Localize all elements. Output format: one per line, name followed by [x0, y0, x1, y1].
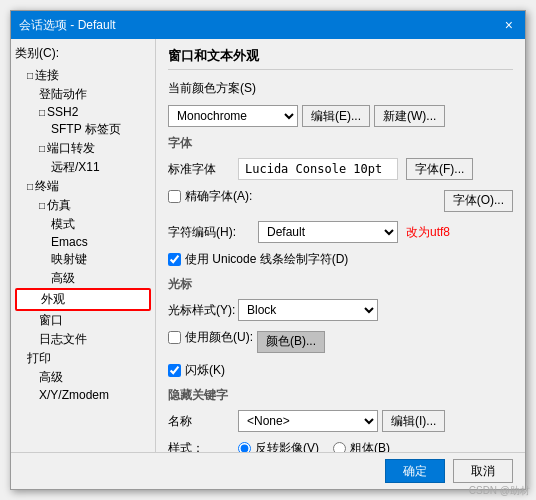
- precise-font-row: 精确字体(A): 字体(O)...: [168, 188, 513, 213]
- font-display: Lucida Console 10pt: [238, 158, 398, 180]
- precise-font-button[interactable]: 字体(O)...: [444, 190, 513, 212]
- tree-item-logfiles[interactable]: 日志文件: [15, 330, 151, 349]
- tree: □连接 登陆动作 □SSH2 SFTP 标签页 □端口转发 远程/X11 □终端…: [15, 66, 151, 403]
- font-section-title: 字体: [168, 135, 513, 152]
- tree-item-xyz[interactable]: X/Y/Zmodem: [15, 387, 151, 403]
- tree-item-map[interactable]: 映射键: [15, 250, 151, 269]
- style-row: 样式： 反转影像(V) 粗体(B): [168, 440, 513, 452]
- blink-label: 闪烁(K): [185, 362, 225, 379]
- encoding-select[interactable]: Default UTF-8 GBK: [258, 221, 398, 243]
- unicode-row: 使用 Unicode 线条绘制字符(D): [168, 251, 513, 268]
- dialog-footer: 确定 取消: [11, 452, 525, 489]
- tree-item-window[interactable]: 窗口: [15, 311, 151, 330]
- bold-radio[interactable]: [333, 442, 346, 452]
- cursor-style-label: 光标样式(Y):: [168, 302, 238, 319]
- expand-icon-portfwd: □: [39, 143, 45, 154]
- precise-checkbox[interactable]: [168, 190, 181, 203]
- unicode-checkbox[interactable]: [168, 253, 181, 266]
- blink-row: 闪烁(K): [168, 362, 513, 379]
- tree-item-emulation[interactable]: □仿真: [15, 196, 151, 215]
- tree-item-terminal[interactable]: □终端: [15, 177, 151, 196]
- close-button[interactable]: ×: [501, 17, 517, 33]
- use-color-checkbox-row: 使用颜色(U):: [168, 329, 253, 346]
- tree-item-login[interactable]: 登陆动作: [15, 85, 151, 104]
- reverse-radio[interactable]: [238, 442, 251, 452]
- tree-item-connect[interactable]: □连接: [15, 66, 151, 85]
- color-scheme-label: 当前颜色方案(S): [168, 80, 256, 97]
- edit2-button[interactable]: 编辑(I)...: [382, 410, 445, 432]
- tree-item-sftp[interactable]: SFTP 标签页: [15, 120, 151, 139]
- color-scheme-row: 当前颜色方案(S): [168, 80, 513, 97]
- expand-icon-emulation: □: [39, 200, 45, 211]
- color-scheme-select-row: Monochrome Default Traditional 编辑(E)... …: [168, 105, 513, 127]
- encoding-row: 字符编码(H): Default UTF-8 GBK 改为utf8: [168, 221, 513, 243]
- font-label: 标准字体: [168, 161, 238, 178]
- tree-item-advanced2[interactable]: 高级: [15, 368, 151, 387]
- color-scheme-select[interactable]: Monochrome Default Traditional: [168, 105, 298, 127]
- style-label: 样式：: [168, 440, 238, 452]
- blink-checkbox[interactable]: [168, 364, 181, 377]
- name-select[interactable]: <None>: [238, 410, 378, 432]
- cursor-section-title: 光标: [168, 276, 513, 293]
- name-label: 名称: [168, 413, 238, 430]
- font-row: 标准字体 Lucida Console 10pt 字体(F)...: [168, 158, 513, 180]
- tree-item-remote[interactable]: 远程/X11: [15, 158, 151, 177]
- ok-button[interactable]: 确定: [385, 459, 445, 483]
- hidden-keyword-title: 隐藏关键字: [168, 387, 513, 404]
- tree-item-ssh2[interactable]: □SSH2: [15, 104, 151, 120]
- cursor-style-select[interactable]: Block Underline Vertical Bar: [238, 299, 378, 321]
- tree-item-appearance[interactable]: 外观: [15, 288, 151, 311]
- use-color-label: 使用颜色(U):: [185, 329, 253, 346]
- dialog-title: 会话选项 - Default: [19, 17, 116, 34]
- dialog: 会话选项 - Default × 类别(C): □连接 登陆动作 □SSH2 S…: [10, 10, 526, 490]
- category-label: 类别(C):: [15, 45, 151, 62]
- tree-item-portfwd[interactable]: □端口转发: [15, 139, 151, 158]
- tree-item-print[interactable]: 打印: [15, 349, 151, 368]
- font-button[interactable]: 字体(F)...: [406, 158, 473, 180]
- title-bar: 会话选项 - Default ×: [11, 11, 525, 39]
- use-color-row: 使用颜色(U): 颜色(B)...: [168, 329, 513, 354]
- cursor-style-row: 光标样式(Y): Block Underline Vertical Bar: [168, 299, 513, 321]
- expand-icon-ssh2: □: [39, 107, 45, 118]
- use-color-checkbox[interactable]: [168, 331, 181, 344]
- dialog-body: 类别(C): □连接 登陆动作 □SSH2 SFTP 标签页 □端口转发 远程/…: [11, 39, 525, 452]
- name-row: 名称 <None> 编辑(I)...: [168, 410, 513, 432]
- left-panel: 类别(C): □连接 登陆动作 □SSH2 SFTP 标签页 □端口转发 远程/…: [11, 39, 156, 452]
- edit-scheme-button[interactable]: 编辑(E)...: [302, 105, 370, 127]
- watermark: CSDN @助材: [469, 484, 530, 498]
- precise-checkbox-row: 精确字体(A):: [168, 188, 252, 205]
- encoding-label: 字符编码(H):: [168, 224, 258, 241]
- color-button[interactable]: 颜色(B)...: [257, 331, 325, 353]
- right-panel: 窗口和文本外观 当前颜色方案(S) Monochrome Default Tra…: [156, 39, 525, 452]
- expand-icon-terminal: □: [27, 181, 33, 192]
- unicode-label: 使用 Unicode 线条绘制字符(D): [185, 251, 348, 268]
- new-scheme-button[interactable]: 新建(W)...: [374, 105, 445, 127]
- precise-label: 精确字体(A):: [185, 188, 252, 205]
- cancel-button[interactable]: 取消: [453, 459, 513, 483]
- tree-item-mode[interactable]: 模式: [15, 215, 151, 234]
- expand-icon-connect: □: [27, 70, 33, 81]
- bold-label: 粗体(B): [350, 440, 390, 452]
- tree-item-emacs[interactable]: Emacs: [15, 234, 151, 250]
- tree-item-advanced[interactable]: 高级: [15, 269, 151, 288]
- section-title: 窗口和文本外观: [168, 47, 513, 70]
- reverse-label: 反转影像(V): [255, 440, 319, 452]
- annotation-utf8: 改为utf8: [406, 224, 450, 241]
